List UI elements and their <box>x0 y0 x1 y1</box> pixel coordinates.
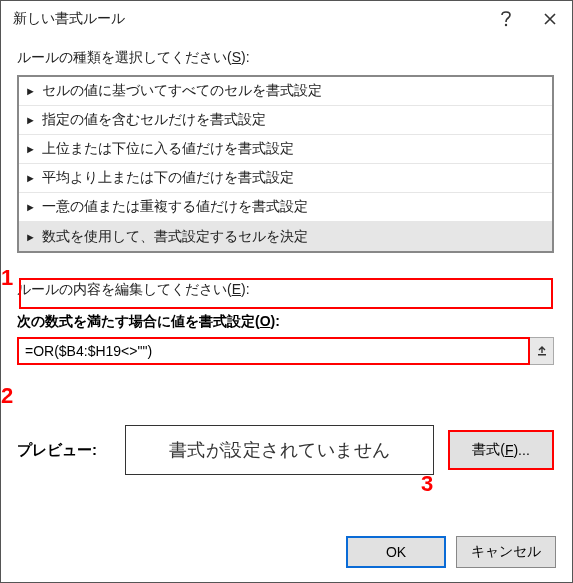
edit-content-section-label: ルールの内容を編集してください(E): <box>17 281 556 299</box>
preview-label: プレビュー: <box>17 441 111 460</box>
ok-button[interactable]: OK <box>346 536 446 568</box>
bullet-icon: ► <box>25 143 36 155</box>
collapse-range-button[interactable] <box>530 337 554 365</box>
rule-type-item-selected[interactable]: ► 数式を使用して、書式設定するセルを決定 <box>19 222 552 251</box>
bullet-icon: ► <box>25 201 36 213</box>
help-button[interactable] <box>484 3 528 35</box>
formula-field-label: 次の数式を満たす場合に値を書式設定(O): <box>17 313 556 331</box>
bullet-icon: ► <box>25 172 36 184</box>
rule-type-list: ► セルの値に基づいてすべてのセルを書式設定 ► 指定の値を含むセルだけを書式設… <box>17 75 554 253</box>
svg-rect-1 <box>538 354 546 356</box>
format-button[interactable]: 書式(F)... <box>448 430 554 470</box>
bullet-icon: ► <box>25 231 36 243</box>
rule-type-item[interactable]: ► 指定の値を含むセルだけを書式設定 <box>19 106 552 135</box>
close-button[interactable] <box>528 3 572 35</box>
new-format-rule-dialog: 新しい書式ルール ルールの種類を選択してください(S): ► セルの値に基づいて… <box>0 0 573 583</box>
rule-type-item[interactable]: ► セルの値に基づいてすべてのセルを書式設定 <box>19 77 552 106</box>
bullet-icon: ► <box>25 85 36 97</box>
annotation-number-2: 2 <box>1 383 13 409</box>
svg-point-0 <box>505 24 507 26</box>
rule-type-item[interactable]: ► 一意の値または重複する値だけを書式設定 <box>19 193 552 222</box>
cancel-button[interactable]: キャンセル <box>456 536 556 568</box>
rule-type-item[interactable]: ► 上位または下位に入る値だけを書式設定 <box>19 135 552 164</box>
annotation-number-3: 3 <box>421 471 433 497</box>
bullet-icon: ► <box>25 114 36 126</box>
formula-input[interactable] <box>17 337 530 365</box>
preview-box: 書式が設定されていません <box>125 425 434 475</box>
rule-type-item[interactable]: ► 平均より上または下の値だけを書式設定 <box>19 164 552 193</box>
dialog-title: 新しい書式ルール <box>13 10 484 28</box>
titlebar: 新しい書式ルール <box>1 1 572 37</box>
rule-type-section-label: ルールの種類を選択してください(S): <box>17 49 556 67</box>
annotation-number-1: 1 <box>1 265 13 291</box>
dialog-button-row: OK キャンセル <box>1 522 572 582</box>
